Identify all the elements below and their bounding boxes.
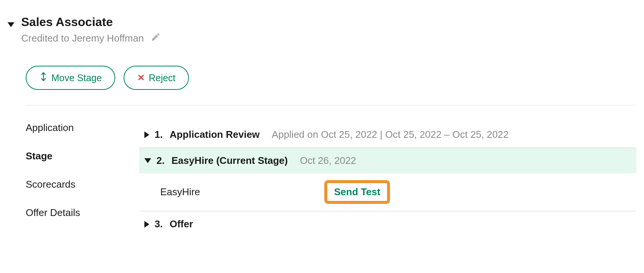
- reject-icon: ✕: [137, 72, 145, 83]
- nav-item-offer-details[interactable]: Offer Details: [26, 207, 105, 219]
- stage-row-application-review[interactable]: 1. Application Review Applied on Oct 25,…: [139, 122, 636, 148]
- caret-down-icon: [8, 22, 14, 27]
- credited-to: Credited to Jeremy Hoffman: [21, 32, 636, 45]
- credited-to-text: Credited to Jeremy Hoffman: [21, 32, 144, 44]
- stage-row-offer[interactable]: 3. Offer: [139, 211, 636, 237]
- reject-button[interactable]: ✕ Reject: [124, 66, 189, 90]
- caret-right-icon: [144, 131, 149, 138]
- stage-meta: Oct 26, 2022: [300, 155, 356, 167]
- stage-number: 1.: [155, 129, 163, 140]
- reject-label: Reject: [149, 72, 175, 83]
- move-stage-button[interactable]: Move Stage: [26, 66, 115, 90]
- move-stage-label: Move Stage: [51, 72, 102, 83]
- caret-right-icon: [144, 221, 149, 228]
- side-nav: Application Stage Scorecards Offer Detai…: [26, 122, 105, 237]
- substage-label: EasyHire: [160, 186, 319, 198]
- stage-substage-easyhire: EasyHire Send Test: [139, 173, 636, 211]
- action-bar: Move Stage ✕ Reject: [26, 66, 636, 105]
- stage-name: Application Review: [170, 129, 260, 140]
- stage-row-easyhire[interactable]: 2. EasyHire (Current Stage) Oct 26, 2022: [139, 148, 636, 173]
- nav-item-stage[interactable]: Stage: [26, 150, 105, 162]
- job-title: Sales Associate: [21, 15, 636, 29]
- stage-number: 2.: [156, 155, 165, 167]
- move-stage-icon: [39, 72, 48, 84]
- send-test-highlight: Send Test: [324, 180, 390, 204]
- nav-item-application[interactable]: Application: [26, 122, 105, 134]
- caret-down-icon: [144, 158, 151, 163]
- stage-name: EasyHire (Current Stage): [172, 155, 288, 167]
- stage-number: 3.: [155, 218, 163, 230]
- stage-name: Offer: [170, 218, 193, 230]
- stage-list: 1. Application Review Applied on Oct 25,…: [139, 122, 636, 237]
- pencil-icon[interactable]: [151, 32, 161, 45]
- collapse-caret[interactable]: [8, 19, 14, 29]
- stage-meta: Applied on Oct 25, 2022 | Oct 25, 2022 –…: [272, 129, 509, 140]
- nav-item-scorecards[interactable]: Scorecards: [26, 179, 105, 190]
- send-test-link[interactable]: Send Test: [334, 186, 380, 197]
